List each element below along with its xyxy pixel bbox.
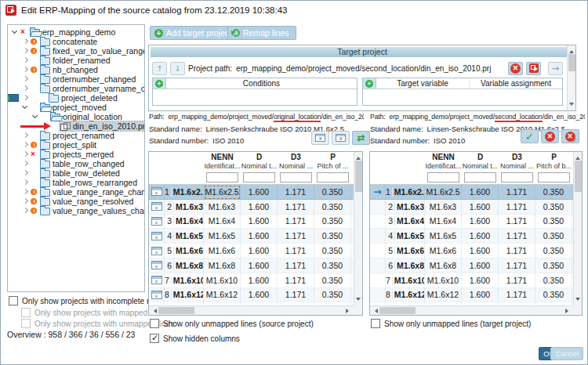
cell-nenn[interactable]: M1.6x5	[204, 229, 241, 244]
cell-d3[interactable]: 1.171	[499, 258, 535, 273]
reject-mapping-button[interactable]: ×	[541, 129, 559, 143]
reject-accept-button[interactable]: ×✓	[561, 129, 579, 143]
scrollbar-thumb[interactable]	[575, 161, 582, 192]
column-header[interactable]: NENN	[425, 152, 462, 161]
scrollbar-thumb[interactable]	[158, 307, 194, 314]
cell-d[interactable]: 1.600	[241, 244, 278, 258]
cell-nenn[interactable]: M1.6x3	[204, 200, 241, 215]
cell-d[interactable]: 1.600	[241, 288, 278, 303]
cell-p[interactable]: 0.350	[314, 258, 351, 273]
cell-p[interactable]: 0.350	[535, 244, 572, 258]
cell-nenn[interactable]: M1.6x8	[425, 258, 462, 273]
tree-item[interactable]: folder_renamed	[8, 56, 144, 65]
cell-d[interactable]: 1.600	[462, 288, 499, 303]
table-row[interactable]: x 7M1.6x10 M1.6x10 1.600 1.171 0.350	[149, 273, 354, 288]
table-row[interactable]: → 7M1.6x10 M1.6x10 1.600 1.171 0.350	[370, 273, 573, 288]
table-row[interactable]: → 1M1.6x2.5 M1.6x2.5 1.600 1.171 0.350	[370, 185, 573, 200]
show-hidden-columns-checkbox[interactable]: Show hidden columns	[150, 334, 240, 343]
tree-item[interactable]: value_range_resolved	[8, 197, 144, 206]
conditions-list[interactable]	[153, 89, 357, 105]
cell-p[interactable]: 0.350	[535, 288, 572, 303]
cell-d3[interactable]: 1.171	[499, 215, 535, 229]
cell-d[interactable]: 1.600	[241, 258, 278, 273]
cell-d3[interactable]: 1.171	[278, 258, 314, 273]
cell-p[interactable]: 0.350	[314, 200, 351, 215]
expander-icon[interactable]	[21, 169, 29, 177]
tree-item[interactable]: project_renamed	[8, 131, 144, 140]
cell-nenn[interactable]: M1.6x4	[425, 215, 462, 229]
table-row[interactable]: x 8M1.6x12 M1.6x12 1.600 1.171 0.350	[149, 288, 354, 303]
cell-d3[interactable]: 1.171	[278, 185, 314, 200]
cell-p[interactable]: 0.350	[535, 200, 572, 215]
expander-icon[interactable]	[21, 132, 29, 139]
tree-item[interactable]: concatenate	[8, 37, 144, 46]
cell-p[interactable]: 0.350	[314, 244, 351, 258]
column-header[interactable]: P	[314, 152, 351, 161]
column-filter-input[interactable]	[280, 172, 312, 182]
expander-icon[interactable]	[21, 207, 29, 215]
cell-nenn[interactable]: M1.6x6	[425, 244, 462, 258]
column-filter-input[interactable]	[206, 172, 238, 182]
expander-icon[interactable]	[21, 56, 29, 64]
open-target-button[interactable]	[526, 62, 541, 75]
column-header[interactable]: NENN	[204, 152, 241, 161]
tree-item[interactable]: value_range_range_changed	[8, 187, 144, 197]
tree-item[interactable]: project_moved	[8, 103, 144, 112]
cell-d3[interactable]: 1.171	[499, 185, 535, 200]
expander-icon[interactable]	[21, 103, 29, 111]
column-filter-input[interactable]	[501, 172, 533, 182]
cell-d3[interactable]: 1.171	[499, 244, 535, 258]
remap-lines-button[interactable]: Remap lines	[227, 26, 296, 40]
cell-p[interactable]: 0.350	[535, 258, 572, 273]
table-row[interactable]: x 2M1.6x3 M1.6x3 1.600 1.171 0.350	[149, 200, 354, 215]
add-condition-button[interactable]: +	[153, 78, 166, 89]
scrollbar-thumb[interactable]	[568, 54, 575, 71]
cell-nenn[interactable]: M1.6x3	[425, 200, 462, 215]
expander-icon[interactable]	[21, 179, 29, 186]
expander-icon[interactable]	[21, 188, 29, 196]
tree-item[interactable]: ordernumber_changed	[8, 74, 144, 84]
table-row[interactable]: → 5M1.6x6 M1.6x6 1.600 1.171 0.350	[370, 244, 573, 258]
cell-d[interactable]: 1.600	[241, 200, 278, 215]
tree-item[interactable]: erp_mapping_demo	[8, 27, 144, 37]
cell-d3[interactable]: 1.171	[278, 229, 314, 244]
move-down-button[interactable]: ↓	[170, 62, 185, 75]
cell-d[interactable]: 1.600	[241, 229, 278, 244]
column-filter-input[interactable]	[538, 172, 570, 182]
cell-nenn[interactable]: M1.6x8	[204, 258, 241, 273]
tree-item[interactable]: table_row_changed	[8, 159, 144, 168]
column-header[interactable]: D3	[278, 152, 314, 161]
cell-d[interactable]: 1.600	[241, 273, 278, 288]
show-table-2-button[interactable]: x	[332, 131, 350, 145]
cell-nenn[interactable]: M1.6x2.5	[425, 185, 462, 200]
tree-item[interactable]: project_deleted	[8, 93, 144, 103]
checkbox[interactable]	[150, 334, 159, 343]
column-filter-input[interactable]	[464, 172, 496, 182]
cell-d[interactable]: 1.600	[462, 185, 499, 200]
table-row[interactable]: x 5M1.6x6 M1.6x6 1.600 1.171 0.350	[149, 244, 354, 258]
table-row[interactable]: x 6M1.6x8 M1.6x8 1.600 1.171 0.350	[149, 258, 354, 273]
table-row[interactable]: → 8M1.6x12 M1.6x12 1.600 1.171 0.350	[370, 288, 573, 303]
table-row[interactable]: x 1M1.6x2.5 M1.6x2.5 1.600 1.171 0.350	[149, 185, 354, 200]
cell-nenn[interactable]: M1.6x2.5	[204, 185, 241, 200]
table-row[interactable]: → 2M1.6x3 M1.6x3 1.600 1.171 0.350	[370, 200, 573, 215]
add-variable-button[interactable]: +	[363, 78, 376, 89]
cell-p[interactable]: 0.350	[535, 215, 572, 229]
cell-p[interactable]: 0.350	[535, 229, 572, 244]
vertical-scrollbar[interactable]	[573, 152, 582, 305]
expander-icon[interactable]	[21, 85, 29, 92]
expander-icon[interactable]	[21, 47, 29, 55]
table-row[interactable]: → 4M1.6x5 M1.6x5 1.600 1.171 0.350	[370, 229, 573, 244]
column-header[interactable]: P	[535, 152, 572, 161]
cell-d[interactable]: 1.600	[462, 258, 499, 273]
tree-item[interactable]: original_location	[8, 112, 144, 121]
expander-icon[interactable]	[21, 160, 29, 168]
cell-p[interactable]: 0.350	[314, 288, 351, 303]
expander-icon[interactable]	[21, 94, 29, 102]
checkbox[interactable]	[9, 296, 18, 305]
cell-nenn[interactable]: M1.6x5	[425, 229, 462, 244]
tree-item[interactable]: ordernumber_varname_changed	[8, 84, 144, 93]
cell-nenn[interactable]: M1.6x4	[204, 215, 241, 229]
tree-item[interactable]: projects_merged	[8, 150, 144, 159]
column-filter-input[interactable]	[243, 172, 275, 182]
